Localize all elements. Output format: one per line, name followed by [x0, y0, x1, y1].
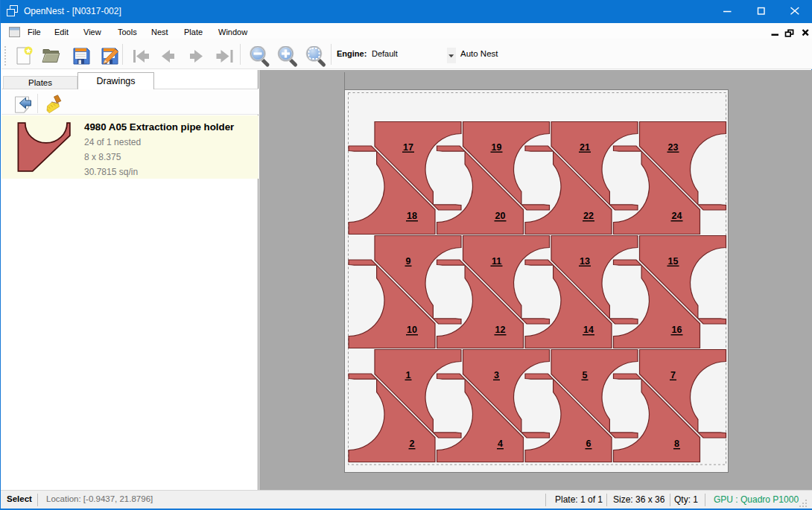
svg-text:21: 21 — [580, 142, 590, 153]
svg-text:7: 7 — [670, 370, 676, 380]
svg-text:18: 18 — [407, 211, 417, 221]
svg-text:11: 11 — [492, 256, 501, 267]
svg-text:23: 23 — [668, 142, 679, 153]
svg-text:22: 22 — [583, 211, 594, 221]
svg-text:10: 10 — [407, 325, 417, 335]
svg-text:5: 5 — [583, 370, 588, 380]
svg-text:12: 12 — [495, 325, 506, 335]
svg-text:1: 1 — [406, 370, 411, 380]
svg-text:15: 15 — [668, 256, 679, 267]
svg-text:19: 19 — [492, 142, 502, 153]
svg-text:16: 16 — [672, 325, 682, 335]
svg-text:3: 3 — [494, 370, 499, 380]
svg-text:24: 24 — [672, 211, 682, 221]
svg-text:20: 20 — [495, 211, 506, 221]
svg-text:6: 6 — [586, 439, 591, 449]
svg-text:4: 4 — [498, 439, 503, 449]
svg-text:2: 2 — [410, 439, 415, 449]
svg-text:14: 14 — [583, 325, 594, 335]
svg-text:17: 17 — [403, 142, 413, 153]
svg-text:9: 9 — [406, 256, 411, 267]
svg-text:8: 8 — [674, 439, 679, 449]
svg-text:13: 13 — [580, 256, 590, 267]
